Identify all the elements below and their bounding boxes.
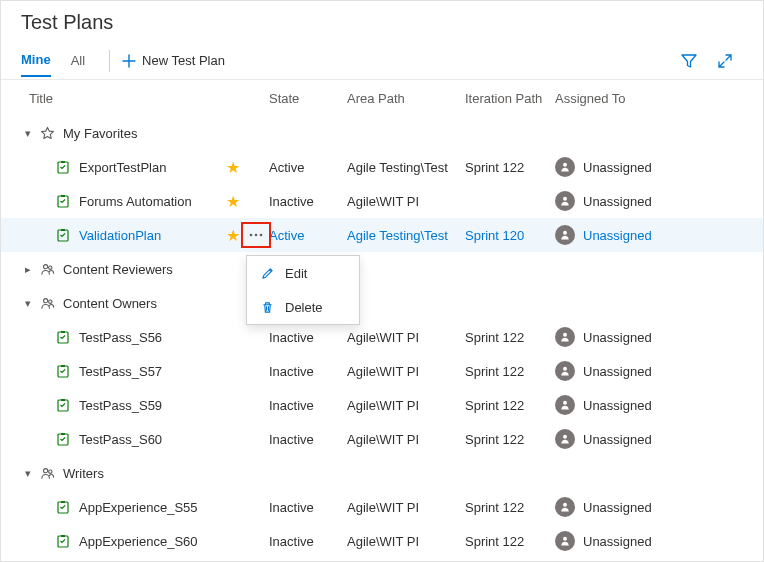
new-test-plan-label: New Test Plan bbox=[142, 53, 225, 68]
test-plan-title: TestPass_S59 bbox=[79, 398, 223, 413]
state-cell: Inactive bbox=[269, 500, 347, 515]
test-plan-row[interactable]: ValidationPlan★ActiveAgile Testing\TestS… bbox=[1, 218, 763, 252]
test-plan-row[interactable]: AppExperience_S60InactiveAgile\WIT PISpr… bbox=[1, 524, 763, 558]
test-plan-row[interactable]: TestPass_S60InactiveAgile\WIT PISprint 1… bbox=[1, 422, 763, 456]
test-plan-title: TestPass_S60 bbox=[79, 432, 223, 447]
tab-all[interactable]: All bbox=[71, 45, 85, 76]
group-icon bbox=[39, 295, 55, 311]
state-cell: Active bbox=[269, 160, 347, 175]
svg-point-3 bbox=[563, 197, 567, 201]
more-actions-button[interactable] bbox=[243, 530, 269, 552]
more-actions-button[interactable] bbox=[243, 496, 269, 518]
test-plan-row[interactable]: ExportTestPlan★ActiveAgile Testing\TestS… bbox=[1, 150, 763, 184]
group-row[interactable]: ▾My Favorites bbox=[1, 116, 763, 150]
menu-delete[interactable]: Delete bbox=[247, 290, 359, 324]
avatar-icon bbox=[555, 225, 575, 245]
menu-edit-label: Edit bbox=[285, 266, 307, 281]
test-plan-row[interactable]: TestPass_S56InactiveAgile\WIT PISprint 1… bbox=[1, 320, 763, 354]
test-plan-icon bbox=[55, 329, 71, 345]
area-path-cell: Agile\WIT PI bbox=[347, 398, 465, 413]
column-area-path[interactable]: Area Path bbox=[347, 91, 465, 106]
more-actions-button[interactable] bbox=[243, 190, 269, 212]
toolbar: Mine All New Test Plan bbox=[1, 42, 763, 80]
more-actions-button[interactable] bbox=[243, 224, 269, 246]
assigned-to-text: Unassigned bbox=[583, 364, 652, 379]
test-plan-title: ValidationPlan bbox=[79, 228, 223, 243]
iteration-path-cell: Sprint 120 bbox=[465, 228, 555, 243]
edit-icon bbox=[259, 265, 275, 281]
more-actions-button[interactable] bbox=[243, 326, 269, 348]
svg-point-11 bbox=[43, 298, 47, 302]
favorite-star-icon[interactable]: ★ bbox=[223, 192, 243, 211]
state-cell: Active bbox=[269, 228, 347, 243]
group-row[interactable]: ▾Writers bbox=[1, 456, 763, 490]
test-plan-row[interactable]: Forums Automation★InactiveAgile\WIT PIUn… bbox=[1, 184, 763, 218]
more-actions-button[interactable] bbox=[243, 428, 269, 450]
avatar-icon bbox=[555, 531, 575, 551]
group-row[interactable]: ▾Content Owners bbox=[1, 286, 763, 320]
context-menu: Edit Delete bbox=[246, 255, 360, 325]
svg-point-24 bbox=[563, 503, 567, 507]
assigned-to-cell: Unassigned bbox=[555, 191, 743, 211]
column-iteration-path[interactable]: Iteration Path bbox=[465, 91, 555, 106]
test-plan-icon bbox=[55, 499, 71, 515]
test-plan-title: AppExperience_S55 bbox=[79, 500, 223, 515]
avatar-icon bbox=[555, 327, 575, 347]
group-row[interactable]: ▸Content Reviewers bbox=[1, 252, 763, 286]
test-plan-row[interactable]: TestPass_S57InactiveAgile\WIT PISprint 1… bbox=[1, 354, 763, 388]
state-cell: Inactive bbox=[269, 432, 347, 447]
state-cell: Inactive bbox=[269, 398, 347, 413]
avatar-icon bbox=[555, 361, 575, 381]
column-state[interactable]: State bbox=[269, 91, 347, 106]
svg-point-8 bbox=[563, 231, 567, 235]
more-actions-button[interactable] bbox=[243, 394, 269, 416]
svg-point-18 bbox=[563, 401, 567, 405]
svg-point-12 bbox=[48, 299, 51, 302]
avatar-icon bbox=[555, 497, 575, 517]
column-title[interactable]: Title bbox=[21, 91, 269, 106]
assigned-to-cell: Unassigned bbox=[555, 361, 743, 381]
assigned-to-text: Unassigned bbox=[583, 330, 652, 345]
svg-point-20 bbox=[563, 435, 567, 439]
test-plan-icon bbox=[55, 227, 71, 243]
svg-point-10 bbox=[48, 265, 51, 268]
menu-edit[interactable]: Edit bbox=[247, 256, 359, 290]
avatar-icon bbox=[555, 157, 575, 177]
test-plan-icon bbox=[55, 159, 71, 175]
state-cell: Inactive bbox=[269, 534, 347, 549]
test-plan-list: ▾My FavoritesExportTestPlan★ActiveAgile … bbox=[1, 116, 763, 558]
avatar-icon bbox=[555, 429, 575, 449]
tab-mine[interactable]: Mine bbox=[21, 44, 51, 77]
assigned-to-text: Unassigned bbox=[583, 398, 652, 413]
group-name: My Favorites bbox=[63, 126, 269, 141]
chevron-icon: ▾ bbox=[25, 467, 39, 480]
test-plan-row[interactable]: AppExperience_S55InactiveAgile\WIT PISpr… bbox=[1, 490, 763, 524]
assigned-to-cell: Unassigned bbox=[555, 429, 743, 449]
assigned-to-text: Unassigned bbox=[583, 194, 652, 209]
menu-delete-label: Delete bbox=[285, 300, 323, 315]
svg-point-16 bbox=[563, 367, 567, 371]
more-actions-button[interactable] bbox=[243, 360, 269, 382]
test-plan-row[interactable]: TestPass_S59InactiveAgile\WIT PISprint 1… bbox=[1, 388, 763, 422]
star-icon bbox=[39, 125, 55, 141]
fullscreen-button[interactable] bbox=[707, 47, 743, 75]
iteration-path-cell: Sprint 122 bbox=[465, 432, 555, 447]
assigned-to-text: Unassigned bbox=[583, 432, 652, 447]
svg-point-22 bbox=[48, 469, 51, 472]
column-assigned-to[interactable]: Assigned To bbox=[555, 91, 743, 106]
filter-button[interactable] bbox=[671, 47, 707, 75]
new-test-plan-button[interactable]: New Test Plan bbox=[122, 53, 225, 68]
column-headers: Title State Area Path Iteration Path Ass… bbox=[1, 80, 763, 116]
favorite-star-icon[interactable]: ★ bbox=[223, 226, 243, 245]
iteration-path-cell: Sprint 122 bbox=[465, 500, 555, 515]
group-name: Writers bbox=[63, 466, 269, 481]
area-path-cell: Agile\WIT PI bbox=[347, 432, 465, 447]
more-actions-button[interactable] bbox=[243, 156, 269, 178]
assigned-to-text: Unassigned bbox=[583, 160, 652, 175]
state-cell: Inactive bbox=[269, 330, 347, 345]
svg-point-9 bbox=[43, 264, 47, 268]
chevron-icon: ▸ bbox=[25, 263, 39, 276]
favorite-star-icon[interactable]: ★ bbox=[223, 158, 243, 177]
iteration-path-cell: Sprint 122 bbox=[465, 534, 555, 549]
test-plan-icon bbox=[55, 431, 71, 447]
